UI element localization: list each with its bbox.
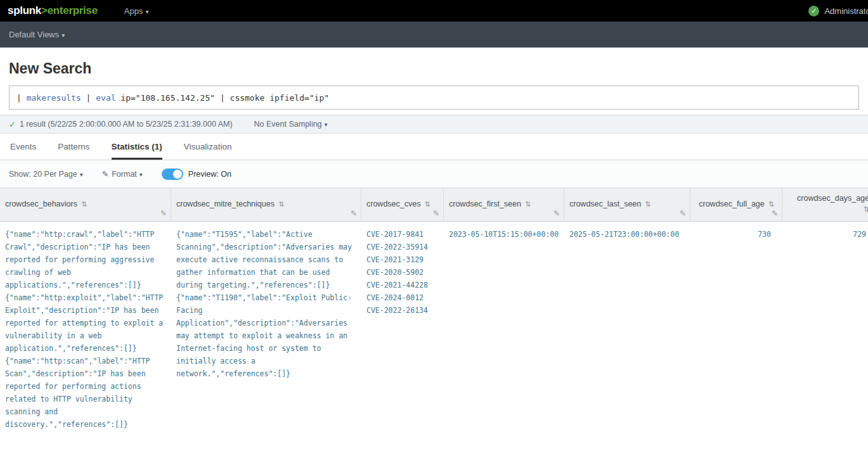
query-pipe: |: [16, 93, 27, 103]
apps-menu-label: Apps: [124, 6, 143, 16]
column-name: crowdsec_first_seen: [449, 200, 521, 208]
splunk-logo[interactable]: splunk>enterprise: [8, 4, 98, 17]
per-page-menu[interactable]: Show: 20 Per Page▾: [9, 170, 83, 179]
caret-down-icon: ▾: [80, 171, 83, 178]
results-tabs: Events Patterns Statistics (1) Visualiza…: [0, 134, 868, 160]
search-input[interactable]: | makeresults | eval ip="108.165.142.25"…: [9, 86, 859, 110]
sort-icon[interactable]: ⇅: [278, 199, 284, 210]
cell-crowdsec-days-age[interactable]: 729: [782, 222, 868, 247]
tab-visualization[interactable]: Visualization: [184, 134, 232, 160]
cell-crowdsec-full-age[interactable]: 730: [690, 222, 782, 247]
search-title-section: New Search: [0, 48, 868, 86]
job-status-bar: ✓ 1 result (5/22/25 2:00:00.000 AM to 5/…: [0, 115, 868, 134]
page-title: New Search: [9, 60, 859, 77]
pencil-icon: ✎: [102, 170, 108, 179]
edit-column-icon[interactable]: ✎: [680, 209, 686, 218]
format-menu[interactable]: ✎Format▾: [102, 169, 143, 179]
sort-icon[interactable]: ⇅: [525, 199, 531, 210]
sort-icon[interactable]: ⇅: [645, 199, 651, 210]
column-name: crowdsec_behaviors: [5, 200, 77, 208]
health-status-icon[interactable]: ✓: [808, 6, 819, 16]
column-header-crowdsec-full-age[interactable]: crowdsec_full_age⇅ ✎: [690, 188, 782, 221]
column-header-crowdsec-cves[interactable]: crowdsec_cves⇅ ✎: [361, 188, 444, 221]
statistics-table: crowdsec_behaviors⇅ ✎ crowdsec_mitre_tec…: [0, 188, 868, 437]
column-name: crowdsec_full_age: [699, 200, 765, 208]
query-pipe: |: [81, 93, 96, 103]
toggle-knob: [173, 170, 182, 179]
column-header-crowdsec-first-seen[interactable]: crowdsec_first_seen⇅ ✎: [444, 188, 564, 221]
edit-column-icon[interactable]: ✎: [160, 209, 167, 218]
sort-icon[interactable]: ⇅: [424, 199, 430, 210]
default-views-label: Default Views: [9, 30, 59, 39]
query-command-eval: eval: [96, 93, 115, 103]
user-menu[interactable]: Administrator: [824, 6, 868, 16]
app-context-bar: Default Views▾: [0, 22, 868, 48]
job-done-check-icon: ✓: [9, 120, 16, 129]
column-header-crowdsec-days-age[interactable]: crowdsec_days_age⇅ ✎: [782, 188, 868, 221]
tab-events[interactable]: Events: [10, 134, 36, 160]
caret-down-icon: ▾: [145, 8, 148, 15]
column-name: crowdsec_last_seen: [569, 200, 641, 208]
column-name: crowdsec_days_age: [797, 194, 868, 203]
edit-column-icon[interactable]: ✎: [772, 209, 778, 218]
tab-patterns[interactable]: Patterns: [58, 134, 89, 160]
column-header-crowdsec-behaviors[interactable]: crowdsec_behaviors⇅ ✎: [0, 188, 171, 221]
default-views-menu[interactable]: Default Views▾: [9, 30, 65, 39]
column-header-crowdsec-last-seen[interactable]: crowdsec_last_seen⇅ ✎: [564, 188, 690, 221]
preview-toggle[interactable]: [162, 168, 183, 180]
query-args: ip="108.165.142.25" | cssmoke ipfield="i…: [116, 93, 330, 103]
result-summary: 1 result (5/22/25 2:00:00.000 AM to 5/23…: [20, 120, 233, 129]
sort-icon[interactable]: ⇅: [81, 199, 87, 210]
topbar-right-group: ✓ Administrator: [808, 6, 868, 16]
caret-down-icon: ▾: [139, 171, 143, 178]
query-command-makeresults: makeresults: [27, 93, 81, 103]
cell-crowdsec-cves[interactable]: CVE-2017-9841 CVE-2022-35914 CVE-2021-31…: [361, 222, 444, 323]
table-row: {"name":"http:crawl","label":"HTTP Crawl…: [0, 222, 868, 437]
event-sampling-label: No Event Sampling: [254, 120, 322, 129]
event-sampling-menu[interactable]: No Event Sampling▾: [254, 120, 328, 129]
caret-down-icon: ▾: [325, 121, 328, 128]
edit-column-icon[interactable]: ✎: [351, 209, 357, 218]
sort-icon[interactable]: ⇅: [768, 199, 774, 210]
cell-crowdsec-first-seen[interactable]: 2023-05-10T15:15:00+00:00: [444, 222, 564, 247]
per-page-label: Show: 20 Per Page: [9, 170, 77, 179]
column-name: crowdsec_mitre_techniques: [176, 200, 275, 208]
cell-crowdsec-behaviors[interactable]: {"name":"http:crawl","label":"HTTP Crawl…: [0, 222, 171, 437]
apps-menu[interactable]: Apps▾: [124, 6, 149, 16]
table-header-row: crowdsec_behaviors⇅ ✎ crowdsec_mitre_tec…: [0, 188, 868, 222]
tab-statistics[interactable]: Statistics (1): [112, 134, 162, 160]
preview-label: Preview: On: [188, 170, 231, 179]
cell-crowdsec-mitre-techniques[interactable]: {"name":"T1595","label":"Active Scanning…: [171, 222, 361, 386]
logo-splunk-text: splunk: [8, 4, 41, 16]
top-nav-bar: splunk>enterprise Apps▾ ✓ Administrator: [0, 0, 868, 22]
caret-down-icon: ▾: [62, 32, 65, 39]
cell-crowdsec-last-seen[interactable]: 2025-05-21T23:00:00+00:00: [564, 222, 690, 247]
logo-enterprise-text: >enterprise: [41, 4, 98, 16]
column-header-crowdsec-mitre-techniques[interactable]: crowdsec_mitre_techniques⇅ ✎: [171, 188, 361, 221]
format-label: Format: [112, 170, 137, 179]
edit-column-icon[interactable]: ✎: [554, 209, 560, 218]
column-name: crowdsec_cves: [366, 200, 420, 208]
edit-column-icon[interactable]: ✎: [433, 209, 439, 218]
results-controls-bar: Show: 20 Per Page▾ ✎Format▾ Preview: On: [0, 160, 868, 188]
